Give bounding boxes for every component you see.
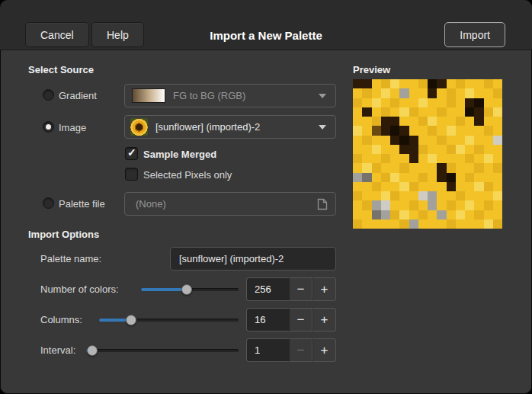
preview-cell bbox=[353, 117, 362, 126]
slider-track bbox=[86, 349, 239, 352]
preview-cell bbox=[474, 154, 483, 163]
slider-thumb[interactable] bbox=[87, 345, 98, 356]
preview-cell bbox=[399, 107, 409, 117]
preview-cell bbox=[418, 136, 428, 145]
slider-thumb[interactable] bbox=[181, 284, 192, 295]
preview-cell bbox=[381, 79, 390, 88]
palette-file-button[interactable]: (None) bbox=[124, 192, 336, 216]
preview-cell bbox=[409, 210, 418, 219]
preview-cell bbox=[474, 98, 483, 107]
preview-cell bbox=[428, 145, 437, 154]
preview-cell bbox=[372, 145, 381, 154]
preview-cell bbox=[428, 88, 437, 98]
increment-button[interactable]: + bbox=[312, 308, 336, 332]
select-source-heading: Select Source bbox=[28, 64, 94, 75]
preview-cell bbox=[447, 126, 456, 135]
gradient-combo[interactable]: FG to BG (RGB) bbox=[124, 84, 336, 107]
preview-cell bbox=[437, 136, 446, 145]
preview-cell bbox=[353, 173, 362, 182]
preview-cell bbox=[399, 173, 409, 182]
preview-cell bbox=[437, 210, 446, 219]
sample-merged-checkbox[interactable] bbox=[125, 147, 138, 160]
increment-button[interactable]: + bbox=[312, 277, 336, 301]
preview-cell bbox=[390, 145, 399, 154]
preview-cell bbox=[437, 173, 446, 182]
preview-cell bbox=[465, 79, 474, 88]
decrement-button[interactable]: − bbox=[289, 277, 312, 301]
preview-cell bbox=[447, 191, 456, 200]
preview-cell bbox=[409, 117, 418, 126]
preview-cell bbox=[353, 107, 362, 117]
preview-cell bbox=[390, 210, 399, 219]
preview-cell bbox=[493, 145, 502, 154]
preview-cell bbox=[418, 117, 428, 126]
gradient-combo-value: FG to BG (RGB) bbox=[173, 90, 245, 101]
preview-cell bbox=[493, 126, 502, 135]
preview-cell bbox=[390, 200, 399, 210]
preview-cell bbox=[381, 182, 390, 191]
preview-cell bbox=[465, 219, 474, 229]
number-of-colors-value[interactable]: 256 bbox=[246, 277, 289, 301]
preview-cell bbox=[399, 117, 409, 126]
preview-cell bbox=[362, 163, 371, 172]
preview-cell bbox=[399, 219, 409, 229]
import-button[interactable]: Import bbox=[444, 22, 505, 47]
preview-cell bbox=[381, 200, 390, 210]
preview-cell bbox=[362, 88, 371, 98]
decrement-button[interactable]: − bbox=[289, 308, 312, 332]
preview-cell bbox=[418, 182, 428, 191]
columns-value[interactable]: 16 bbox=[246, 308, 289, 332]
preview-cell bbox=[428, 126, 437, 135]
preview-cell bbox=[465, 200, 474, 210]
preview-cell bbox=[447, 219, 456, 229]
selected-pixels-checkbox[interactable] bbox=[125, 168, 138, 181]
decrement-button: − bbox=[289, 338, 312, 362]
interval-slider[interactable] bbox=[86, 344, 239, 357]
preview-cell bbox=[474, 88, 483, 98]
columns-spinbox: 16 − + bbox=[246, 308, 336, 332]
number-of-colors-label: Number of colors: bbox=[40, 283, 119, 295]
preview-cell bbox=[381, 117, 390, 126]
preview-cell bbox=[381, 191, 390, 200]
preview-cell bbox=[390, 154, 399, 163]
preview-cell bbox=[456, 88, 465, 98]
interval-value[interactable]: 1 bbox=[246, 338, 289, 362]
preview-cell bbox=[353, 88, 362, 98]
preview-cell bbox=[447, 79, 456, 88]
preview-cell bbox=[372, 173, 381, 182]
preview-cell bbox=[484, 210, 493, 219]
preview-cell bbox=[456, 154, 465, 163]
preview-cell bbox=[447, 145, 456, 154]
preview-cell bbox=[437, 163, 446, 172]
preview-cell bbox=[418, 98, 428, 107]
slider-thumb[interactable] bbox=[126, 315, 136, 325]
palette-name-input[interactable] bbox=[170, 247, 336, 271]
preview-cell bbox=[484, 98, 493, 107]
preview-cell bbox=[447, 136, 456, 145]
preview-cell bbox=[390, 79, 399, 88]
preview-cell bbox=[362, 107, 371, 117]
columns-slider[interactable] bbox=[99, 314, 239, 326]
image-combo[interactable]: [sunflower] (imported)-2 bbox=[124, 115, 336, 139]
increment-button[interactable]: + bbox=[312, 338, 336, 362]
preview-cell bbox=[437, 98, 446, 107]
preview-heading: Preview bbox=[353, 64, 390, 75]
image-radio[interactable] bbox=[43, 121, 54, 133]
preview-cell bbox=[465, 182, 474, 191]
preview-cell bbox=[390, 98, 399, 107]
gradient-radio[interactable] bbox=[43, 89, 54, 101]
preview-cell bbox=[353, 182, 362, 191]
preview-cell bbox=[399, 200, 409, 210]
preview-cell bbox=[493, 219, 502, 229]
preview-cell bbox=[390, 126, 399, 135]
preview-cell bbox=[493, 163, 502, 172]
preview-cell bbox=[409, 126, 418, 135]
preview-cell bbox=[474, 136, 483, 145]
number-of-colors-slider[interactable] bbox=[141, 283, 239, 296]
palette-file-radio[interactable] bbox=[43, 197, 54, 209]
preview-cell bbox=[372, 163, 381, 172]
preview-cell bbox=[362, 200, 371, 210]
preview-cell bbox=[372, 154, 381, 163]
preview-cell bbox=[428, 182, 437, 191]
preview-cell bbox=[465, 126, 474, 135]
